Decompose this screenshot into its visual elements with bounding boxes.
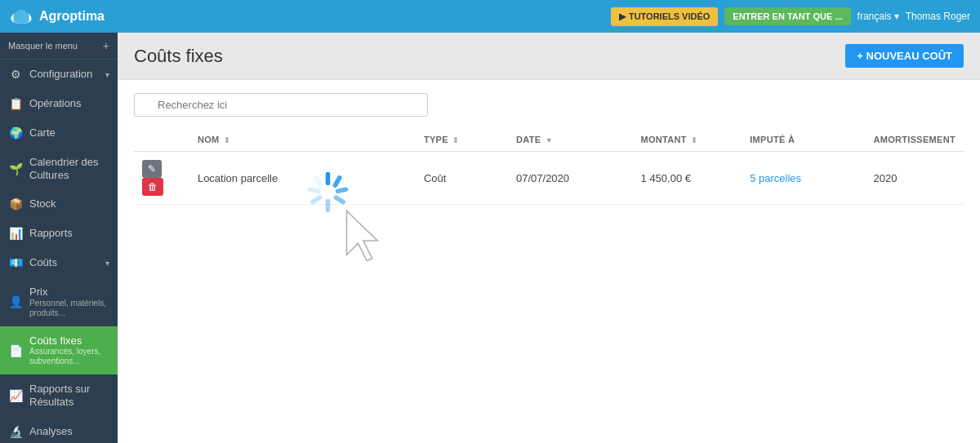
table-header: NOM ⇕ TYPE ⇕ DATE ▼ MONTANT [134, 128, 964, 152]
col-nom[interactable]: NOM ⇕ [189, 128, 416, 152]
col-actions [134, 128, 189, 152]
col-date-label: DATE [516, 135, 541, 144]
sidebar-item-analyses[interactable]: 🔬 Analyses [0, 417, 118, 443]
row-montant: 1 450,00 € [633, 152, 742, 205]
brand-title: Agroptima [39, 9, 105, 24]
impute-link[interactable]: 5 parcelles [750, 172, 801, 184]
col-impute: IMPUTÉ À [742, 128, 865, 152]
edit-button[interactable]: ✎ [142, 160, 162, 178]
col-montant-label: MONTANT [641, 135, 687, 144]
sidebar-item-couts[interactable]: 💶 Coûts ▾ [0, 248, 118, 277]
sidebar: Masquer le menu + ⚙ Configuration ▾ 📋 Op… [0, 33, 118, 443]
data-table: NOM ⇕ TYPE ⇕ DATE ▼ MONTANT [134, 128, 964, 205]
sidebar-item-calendrier[interactable]: 🌱 Calendrier des Cultures [0, 148, 118, 189]
row-amortissement: 2020 [866, 152, 964, 205]
sort-date-icon: ▼ [546, 136, 553, 144]
plus-icon: + [103, 39, 109, 52]
new-cost-button[interactable]: + NOUVEAU COÛT [845, 44, 964, 68]
app-body: Masquer le menu + ⚙ Configuration ▾ 📋 Op… [0, 33, 980, 443]
logo-icon [10, 8, 33, 24]
nav-left: Agroptima [10, 8, 105, 24]
row-actions: ✎ 🗑 [134, 152, 189, 205]
language-selector[interactable]: français ▾ [858, 11, 899, 22]
sidebar-label-rapports: Rapports [29, 227, 109, 240]
sidebar-item-prix[interactable]: 👤 Prix Personnel, matériels, produits... [0, 277, 118, 326]
sidebar-label-prix: Prix Personnel, matériels, produits... [29, 286, 109, 318]
table-row: ✎ 🗑 Location parcelle Coût 07/07/2020 1 … [134, 152, 964, 205]
main-content: Coûts fixes + NOUVEAU COÛT 🔍 NOM ⇕ [118, 33, 980, 443]
sort-type-icon: ⇕ [452, 136, 459, 144]
svg-point-7 [13, 16, 29, 24]
top-nav: Agroptima ▶ TUTORIELS VIDÉO ENTRER EN TA… [0, 0, 980, 33]
col-impute-label: IMPUTÉ À [750, 135, 795, 144]
col-nom-label: NOM [198, 135, 220, 144]
sidebar-label-analyses: Analyses [29, 425, 109, 438]
reports-icon: 📊 [8, 227, 23, 240]
page-title: Coûts fixes [134, 46, 223, 67]
sidebar-label-operations: Opérations [29, 97, 109, 110]
search-input[interactable] [134, 93, 428, 117]
sidebar-label-rapports-resultats: Rapports sur Résultats [29, 383, 109, 408]
row-nom: Location parcelle [189, 152, 416, 205]
costs-icon: 💶 [8, 256, 23, 269]
enter-as-button[interactable]: ENTRER EN TANT QUE ... [724, 7, 850, 25]
sidebar-label-calendrier: Calendrier des Cultures [29, 156, 109, 181]
language-label: français [858, 11, 892, 22]
sidebar-toggle[interactable]: Masquer le menu + [0, 33, 118, 60]
row-impute: 5 parcelles [742, 152, 865, 205]
sidebar-item-rapports-resultats[interactable]: 📈 Rapports sur Résultats [0, 374, 118, 416]
tutorial-label: TUTORIELS VIDÉO [629, 11, 710, 21]
toggle-label: Masquer le menu [8, 41, 78, 51]
sidebar-label-couts: Coûts [29, 256, 99, 269]
table-body: ✎ 🗑 Location parcelle Coût 07/07/2020 1 … [134, 152, 964, 205]
chevron-down-icon: ▾ [894, 11, 899, 22]
resultats-icon: 📈 [8, 389, 23, 402]
delete-button[interactable]: 🗑 [142, 178, 163, 196]
gear-icon: ⚙ [8, 68, 23, 81]
search-wrap: 🔍 [134, 93, 428, 117]
analyses-icon: 🔬 [8, 425, 23, 438]
col-type[interactable]: TYPE ⇕ [416, 128, 508, 152]
prix-sublabel: Personnel, matériels, produits... [29, 299, 109, 318]
row-type: Coût [416, 152, 508, 205]
col-amortissement-label: AMORTISSEMENT [874, 135, 956, 144]
sidebar-item-rapports[interactable]: 📊 Rapports [0, 219, 118, 248]
stock-icon: 📦 [8, 197, 23, 210]
col-montant[interactable]: MONTANT ⇕ [633, 128, 742, 152]
nav-right: ▶ TUTORIELS VIDÉO ENTRER EN TANT QUE ...… [611, 7, 970, 26]
user-name: Thomas Roger [906, 11, 970, 22]
sort-nom-icon: ⇕ [224, 136, 230, 144]
sidebar-label-configuration: Configuration [29, 68, 99, 81]
tutorial-button[interactable]: ▶ TUTORIELS VIDÉO [611, 7, 718, 26]
col-date[interactable]: DATE ▼ [508, 128, 633, 152]
row-date: 07/07/2020 [508, 152, 633, 205]
sidebar-label-couts-fixes: Coûts fixes Assurances, loyers, subventi… [29, 334, 109, 367]
couts-fixes-icon: 📄 [8, 344, 23, 357]
sidebar-item-carte[interactable]: 🌍 Carte [0, 118, 118, 148]
map-icon: 🌍 [8, 126, 23, 140]
sidebar-item-couts-fixes[interactable]: 📄 Coûts fixes Assurances, loyers, subven… [0, 326, 118, 375]
sidebar-item-configuration[interactable]: ⚙ Configuration ▾ [0, 60, 118, 89]
sort-montant-icon: ⇕ [691, 136, 697, 144]
prix-icon: 👤 [8, 295, 23, 308]
col-amortissement: AMORTISSEMENT [866, 128, 964, 152]
content-area: 🔍 NOM ⇕ TYPE ⇕ [118, 80, 980, 443]
calendar-icon: 🌱 [8, 162, 23, 175]
sidebar-label-stock: Stock [29, 197, 109, 210]
page-header: Coûts fixes + NOUVEAU COÛT [118, 33, 980, 80]
couts-fixes-sublabel: Assurances, loyers, subventions... [29, 347, 109, 366]
sidebar-item-operations[interactable]: 📋 Opérations [0, 89, 118, 118]
chevron-icon: ▾ [105, 70, 109, 79]
sidebar-item-stock[interactable]: 📦 Stock [0, 189, 118, 219]
sidebar-label-carte: Carte [29, 126, 109, 140]
col-type-label: TYPE [424, 135, 448, 144]
chevron-icon-couts: ▾ [105, 259, 109, 268]
operations-icon: 📋 [8, 97, 23, 110]
svg-marker-16 [346, 210, 377, 260]
video-icon: ▶ [619, 11, 626, 22]
